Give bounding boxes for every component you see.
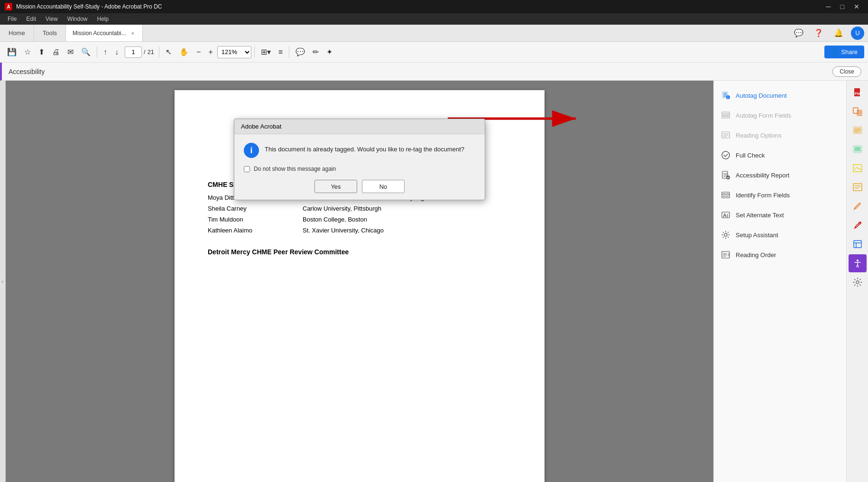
- svg-point-17: [724, 233, 727, 236]
- panel-item-autotag-document[interactable]: T Autotag Document: [714, 85, 846, 105]
- autotag-document-icon: T: [720, 90, 731, 101]
- side-btn-7[interactable]: [849, 197, 867, 215]
- side-btn-settings[interactable]: [849, 273, 867, 291]
- dialog-no-button[interactable]: No: [362, 180, 405, 193]
- scroll-mode-button[interactable]: ≡: [275, 46, 286, 58]
- panel-item-set-alternate-text[interactable]: Set Alternate Text: [714, 205, 846, 225]
- svg-rect-14: [723, 194, 725, 195]
- window-title: Mission Accountability Self-Study - Adob…: [16, 3, 162, 10]
- panel-item-setup-assistant[interactable]: Setup Assistant: [714, 225, 846, 245]
- right-panel: T Autotag Document Autotag Form Fields: [713, 81, 846, 482]
- toolbar-sep-3: [254, 46, 255, 58]
- dialog-info-icon: i: [244, 143, 259, 158]
- comment-button[interactable]: 💬: [292, 46, 308, 58]
- reading-order-label: Reading Order: [736, 251, 776, 259]
- chat-icon-button[interactable]: 💬: [791, 28, 806, 38]
- tab-close-button[interactable]: ×: [130, 30, 136, 37]
- hand-tool-button[interactable]: ✋: [176, 46, 192, 58]
- zoom-select[interactable]: 121% 100% 75% 50% 150% 200%: [217, 46, 251, 58]
- search-button[interactable]: 🔍: [78, 46, 94, 58]
- save-button[interactable]: 💾: [4, 46, 20, 58]
- notification-icon-button[interactable]: 🔔: [831, 28, 846, 38]
- email-button[interactable]: ✉: [64, 46, 77, 58]
- share-button[interactable]: 👤 Share: [824, 46, 864, 58]
- page-total: 21: [148, 48, 154, 56]
- side-btn-4[interactable]: [849, 140, 867, 158]
- pen-button[interactable]: ✏: [309, 46, 322, 58]
- panel-item-full-check[interactable]: Full Check: [714, 145, 846, 165]
- full-check-label: Full Check: [736, 152, 765, 159]
- panel-item-accessibility-report[interactable]: Accessibility Report: [714, 165, 846, 185]
- toolbar-sep-1: [97, 46, 97, 58]
- pdf-area: 1 Mission Accountability Self-Study The …: [6, 81, 713, 482]
- identify-form-fields-label: Identify Form Fields: [736, 192, 790, 199]
- side-btn-accessibility[interactable]: [849, 254, 867, 272]
- side-btn-1[interactable]: PDF: [849, 83, 867, 102]
- toolbar-sep-2: [159, 46, 159, 58]
- zoom-out-button[interactable]: −: [193, 46, 204, 58]
- bookmark-button[interactable]: ☆: [21, 46, 34, 58]
- page-up-button[interactable]: ↑: [100, 46, 111, 58]
- page-nav: / 21: [125, 46, 154, 58]
- accessibility-close-button[interactable]: Close: [832, 66, 861, 77]
- set-alternate-text-icon: [720, 210, 731, 220]
- panel-item-reading-order[interactable]: Reading Order: [714, 245, 846, 265]
- select-tool-button[interactable]: ↖: [162, 46, 175, 58]
- dialog-checkbox[interactable]: [244, 166, 250, 172]
- tab-tools-label: Tools: [43, 29, 57, 37]
- side-btn-6[interactable]: [849, 178, 867, 196]
- side-btn-3[interactable]: [849, 121, 867, 139]
- page-down-button[interactable]: ↓: [111, 46, 122, 58]
- side-btn-2[interactable]: [849, 102, 867, 120]
- help-icon-button[interactable]: ❓: [811, 28, 826, 38]
- side-btn-9[interactable]: [849, 235, 867, 253]
- info-icon-text: i: [250, 146, 252, 156]
- print-button[interactable]: 🖨: [49, 46, 63, 58]
- title-bar-controls[interactable]: ─ □ ✕: [822, 0, 863, 13]
- stamp-button[interactable]: ✦: [323, 46, 336, 58]
- tab-document[interactable]: Mission Accountabi... ×: [66, 25, 143, 41]
- svg-text:T: T: [727, 96, 729, 99]
- autotag-document-label: Autotag Document: [736, 92, 787, 99]
- dialog-overlay: Adobe Acrobat i This document is already…: [175, 90, 545, 482]
- share-icon: 👤: [831, 48, 839, 56]
- page-separator: /: [144, 48, 146, 56]
- panel-item-identify-form-fields[interactable]: Identify Form Fields: [714, 185, 846, 205]
- svg-rect-6: [723, 113, 725, 115]
- maximize-button[interactable]: □: [837, 0, 848, 13]
- menu-edit[interactable]: Edit: [22, 15, 40, 23]
- snapshot-button[interactable]: ⊞▾: [258, 46, 274, 58]
- svg-rect-29: [854, 241, 861, 248]
- menu-file[interactable]: File: [4, 15, 20, 23]
- pdf-page: 1 Mission Accountability Self-Study The …: [175, 90, 545, 482]
- share-label: Share: [841, 48, 858, 56]
- svg-point-12: [726, 176, 730, 179]
- svg-text:PDF: PDF: [855, 92, 862, 95]
- svg-rect-16: [722, 212, 729, 218]
- page-number-input[interactable]: [125, 46, 142, 58]
- dialog-checkbox-label: Do not show this message again: [254, 166, 336, 172]
- upload-button[interactable]: ⬆: [35, 46, 48, 58]
- tab-home[interactable]: Home: [0, 25, 34, 41]
- close-button[interactable]: ✕: [850, 0, 863, 13]
- left-collapse-button[interactable]: ‹: [0, 81, 6, 482]
- minimize-button[interactable]: ─: [822, 0, 835, 13]
- side-btn-5[interactable]: [849, 159, 867, 177]
- accessibility-bar: Accessibility Close: [0, 63, 868, 81]
- tab-doc-label: Mission Accountabi...: [73, 30, 126, 37]
- dialog-yes-button[interactable]: Yes: [314, 180, 357, 193]
- zoom-in-button[interactable]: +: [205, 46, 216, 58]
- side-btn-8[interactable]: [849, 216, 867, 234]
- title-bar: A Mission Accountability Self-Study - Ad…: [0, 0, 868, 13]
- identify-form-fields-icon: [720, 190, 731, 200]
- tab-tools[interactable]: Tools: [34, 25, 66, 41]
- menu-window[interactable]: Window: [64, 15, 92, 23]
- avatar-button[interactable]: U: [851, 27, 864, 40]
- dialog-title-text: Adobe Acrobat: [241, 123, 281, 130]
- accessibility-report-icon: [720, 170, 731, 180]
- dialog-title-bar: Adobe Acrobat: [234, 119, 485, 134]
- tab-bar: Home Tools Mission Accountabi... × 💬 ❓ 🔔…: [0, 25, 868, 42]
- menu-help[interactable]: Help: [93, 15, 113, 23]
- menu-view[interactable]: View: [42, 15, 62, 23]
- reading-options-label: Reading Options: [736, 132, 782, 139]
